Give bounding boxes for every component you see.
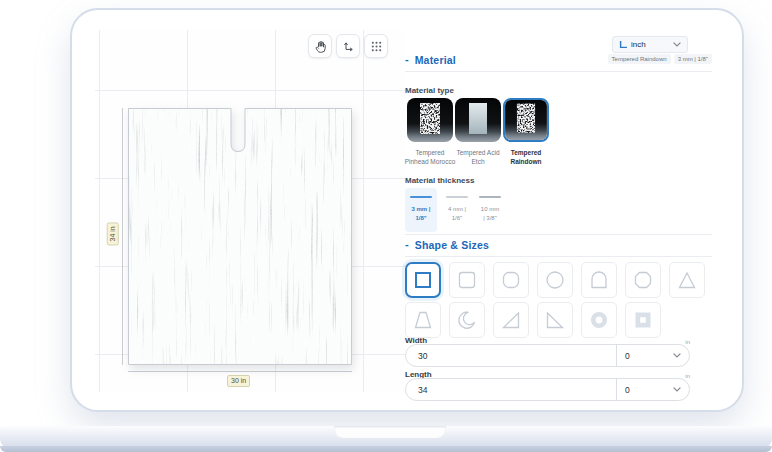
pan-tool-button[interactable] <box>308 34 332 58</box>
width-input[interactable] <box>406 345 616 366</box>
width-fraction-select[interactable]: 0 <box>616 345 689 366</box>
unit-select-value: inch <box>631 40 669 49</box>
chevron-down-icon <box>673 353 681 358</box>
length-fraction-select[interactable]: 0 <box>616 379 689 400</box>
collapse-shape-icon[interactable]: - <box>405 239 409 250</box>
material-option-acid-etch[interactable] <box>455 98 501 142</box>
selected-material-badge: Tempered Raindown <box>608 54 671 64</box>
thickness-text: 1/6" <box>442 214 472 223</box>
thickness-text: 4 mm | <box>442 205 472 214</box>
horizontal-dimension-line <box>128 371 352 372</box>
width-unit-hint: in <box>685 339 690 345</box>
thickness-option-4mm[interactable]: 4 mm | 1/6" <box>442 188 472 232</box>
material-option-pinhead-morocco[interactable] <box>407 98 453 142</box>
divider <box>405 234 712 235</box>
thickness-text: 10 mm <box>474 205 506 214</box>
design-canvas[interactable]: 34 in 30 in <box>95 30 405 392</box>
thickness-text: 1/8" <box>405 214 437 223</box>
pan-hand-icon <box>313 39 328 54</box>
shape-option-ring[interactable] <box>581 302 617 338</box>
length-unit-hint: in <box>685 373 690 379</box>
shape-option-triangle[interactable] <box>669 262 705 298</box>
chevron-down-icon <box>673 387 681 392</box>
dimension-tool-button[interactable] <box>336 34 360 58</box>
shape-option-right-triangle-right[interactable] <box>493 302 529 338</box>
thickness-bar <box>479 196 501 198</box>
width-fraction-value: 0 <box>625 351 673 361</box>
thickness-option-3mm[interactable]: 3 mm | 1/8" <box>405 188 437 232</box>
shape-option-round-corner-square[interactable] <box>493 262 529 298</box>
configuration-panel: inch - Material Tempered Raindown 3 mm |… <box>405 30 712 402</box>
shape-section-header[interactable]: - Shape & Sizes <box>405 239 712 257</box>
collapse-material-icon[interactable]: - <box>405 54 409 65</box>
unit-select[interactable]: inch <box>612 36 688 53</box>
shape-option-octagon[interactable] <box>625 262 661 298</box>
material-type-label: Material type <box>405 86 454 95</box>
thickness-bar <box>446 196 468 198</box>
ruler-icon <box>619 41 627 49</box>
length-fraction-value: 0 <box>625 385 673 395</box>
selected-thickness-badge: 3 mm | 1/8" <box>674 54 712 64</box>
thickness-text: | 3/8" <box>474 214 506 223</box>
horizontal-dimension-badge: 30 in <box>227 375 250 387</box>
material-option-label: Tempered Raindown <box>499 148 553 167</box>
shape-option-circle[interactable] <box>537 262 573 298</box>
material-option-raindown[interactable] <box>503 98 549 142</box>
material-option-label: Tempered Pinhead Morocco <box>403 148 457 167</box>
tablet-frame: 34 in 30 in <box>70 8 744 412</box>
glass-panel-preview[interactable] <box>128 108 352 365</box>
grid-dots-icon <box>370 40 383 53</box>
shape-section-title: Shape & Sizes <box>415 239 489 251</box>
shape-option-arch[interactable] <box>581 262 617 298</box>
thickness-bar <box>410 196 432 198</box>
shape-option-crescent[interactable] <box>449 302 485 338</box>
shape-option-rounded-square[interactable] <box>449 262 485 298</box>
material-thickness-label: Material thickness <box>405 176 474 185</box>
vertical-dimension-line <box>122 108 123 365</box>
shape-option-trapezoid[interactable] <box>405 302 441 338</box>
shape-option-right-triangle-left[interactable] <box>537 302 573 338</box>
laptop-base-edge <box>0 446 772 452</box>
thickness-text: 3 mm | <box>405 205 437 214</box>
material-section-title: Material <box>415 54 456 66</box>
material-section-header[interactable]: - Material Tempered Raindown 3 mm | 1/8" <box>405 54 712 72</box>
chevron-down-icon <box>673 42 681 47</box>
shape-option-square[interactable] <box>405 262 441 298</box>
grid-tool-button[interactable] <box>364 34 388 58</box>
length-input[interactable] <box>406 379 616 400</box>
width-field-group: 0 <box>405 344 690 367</box>
length-field-group: 0 <box>405 378 690 401</box>
vertical-dimension-badge: 34 in <box>107 222 119 245</box>
orthogonal-arrows-icon <box>341 39 356 54</box>
laptop-base-notch <box>334 426 446 438</box>
thickness-option-10mm[interactable]: 10 mm | 3/8" <box>474 188 506 232</box>
material-option-label: Tempered Acid Etch <box>451 148 505 167</box>
shape-option-frame-square[interactable] <box>625 302 661 338</box>
page: 34 in 30 in <box>0 0 772 452</box>
